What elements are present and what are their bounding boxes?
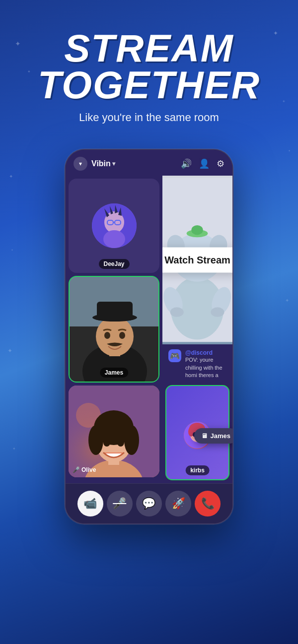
discord-logo-icon: 🎮 [168, 349, 181, 362]
left-user-column: DeeJay [66, 176, 162, 483]
end-call-button[interactable]: 📞 [195, 491, 221, 516]
stream-video-area: Watch Stream [162, 176, 232, 344]
user-tile-deejay: DeeJay [69, 179, 159, 273]
svg-point-17 [104, 332, 110, 339]
svg-point-26 [88, 425, 103, 455]
phone-topbar: ▾ Vibin ▾ 🔊 👤 ⚙ [66, 150, 232, 176]
james-video [70, 277, 158, 382]
phone-frame: ▾ Vibin ▾ 🔊 👤 ⚙ [65, 149, 233, 524]
mute-icon: 🎤 [113, 497, 126, 510]
stream-handle: @discord [185, 349, 226, 356]
stream-description: POV: youre chilling with the homi theres… [185, 356, 226, 379]
tooltip-label: James [211, 432, 230, 440]
olive-muted-label: Olive [81, 466, 96, 473]
phone-mockup: ▾ Vibin ▾ 🔊 👤 ⚙ [0, 149, 298, 524]
header-section: STREAM TOGETHER Like you're in the same … [0, 0, 298, 134]
topbar-icons: 🔊 👤 ⚙ [181, 158, 224, 169]
stream-text: @discord POV: youre chilling with the ho… [185, 349, 226, 379]
mute-indicator: 🎤 Olive [73, 466, 96, 473]
chevron-down-icon: ▾ [79, 160, 82, 167]
svg-point-29 [117, 439, 124, 447]
svg-point-14 [96, 317, 134, 356]
deejay-label: DeeJay [98, 259, 129, 269]
chat-button[interactable]: 💬 [136, 491, 162, 516]
settings-icon[interactable]: ⚙ [217, 158, 224, 169]
add-person-icon[interactable]: 👤 [199, 158, 210, 169]
svg-point-9 [103, 230, 125, 248]
james-label: James [100, 368, 128, 378]
mute-button[interactable]: 🎤 [107, 491, 133, 516]
phone-content: DeeJay [66, 176, 232, 483]
svg-point-18 [119, 332, 125, 339]
olive-video [69, 386, 159, 477]
mic-muted-icon: 🎤 [73, 466, 80, 473]
svg-point-28 [103, 439, 110, 447]
chat-icon: 💬 [142, 497, 155, 510]
user-tile-james: James [69, 276, 159, 383]
user-tile-olive: 🎤 Olive [69, 386, 159, 477]
camera-button[interactable]: 📹 [77, 491, 103, 516]
svg-point-27 [124, 425, 139, 455]
channel-chevron-icon: ▾ [112, 160, 115, 167]
call-controls-bar: 📹 🎤 💬 🚀 📞 [66, 483, 232, 523]
svg-rect-16 [97, 302, 133, 321]
boost-icon: 🚀 [172, 497, 185, 510]
subtitle: Like you're in the same room [15, 111, 283, 124]
camera-icon: 📹 [83, 497, 97, 510]
james-streaming-tooltip: 🖥 James [194, 428, 232, 444]
main-title: STREAM TOGETHER [15, 30, 283, 103]
collapse-button[interactable]: ▾ [74, 157, 87, 171]
end-call-icon: 📞 [201, 497, 215, 510]
boost-button[interactable]: 🚀 [165, 491, 191, 516]
svg-point-44 [170, 307, 184, 317]
channel-name[interactable]: Vibin ▾ [91, 159, 115, 168]
svg-point-45 [211, 307, 224, 317]
stream-info-bar: 🎮 @discord POV: youre chilling with the … [162, 344, 232, 382]
kirbs-label: kirbs [185, 465, 210, 475]
watch-stream-button[interactable]: Watch Stream [162, 248, 232, 273]
svg-point-38 [191, 225, 203, 235]
monitor-icon: 🖥 [201, 432, 208, 440]
speaker-icon[interactable]: 🔊 [181, 158, 192, 169]
deejay-avatar [92, 203, 137, 248]
topbar-left: ▾ Vibin ▾ [74, 157, 115, 171]
right-stream-column: Watch Stream 🎮 @discord POV: youre chill… [162, 176, 232, 483]
